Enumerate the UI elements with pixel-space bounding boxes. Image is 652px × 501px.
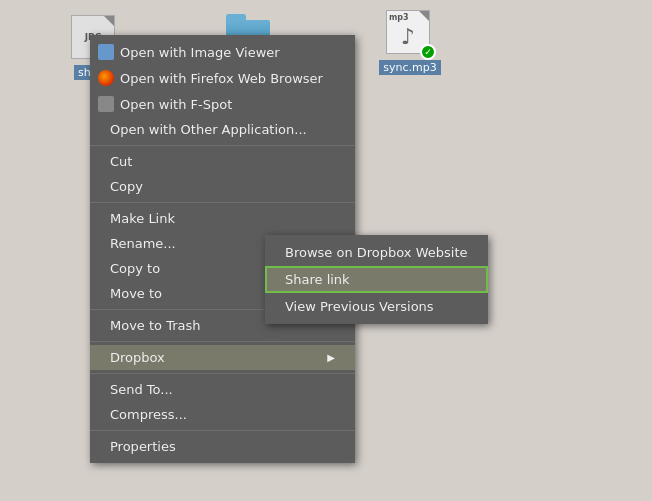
mp3-file-icon[interactable]: mp3 ♪ ✓ sync.mp3 [370, 10, 450, 75]
dropbox-item[interactable]: Dropbox ▶ [90, 345, 355, 370]
share-link-label: Share link [285, 272, 350, 287]
separator-4 [90, 341, 355, 342]
separator-5 [90, 373, 355, 374]
mp3-file-label: sync.mp3 [379, 60, 440, 75]
make-link-label: Make Link [110, 211, 335, 226]
check-badge-3: ✓ [420, 44, 436, 60]
compress-label: Compress... [110, 407, 335, 422]
open-firefox-item[interactable]: Open with Firefox Web Browser [90, 65, 355, 91]
cut-label: Cut [110, 154, 335, 169]
cut-item[interactable]: Cut [90, 149, 355, 174]
dropbox-submenu: Browse on Dropbox Website Share link Vie… [265, 235, 488, 324]
open-other-label: Open with Other Application... [110, 122, 335, 137]
firefox-icon [98, 70, 114, 86]
properties-item[interactable]: Properties [90, 434, 355, 459]
compress-item[interactable]: Compress... [90, 402, 355, 427]
share-link-item[interactable]: Share link [265, 266, 488, 293]
browse-dropbox-label: Browse on Dropbox Website [285, 245, 468, 260]
separator-1 [90, 145, 355, 146]
open-firefox-label: Open with Firefox Web Browser [120, 71, 335, 86]
copy-item[interactable]: Copy [90, 174, 355, 199]
separator-6 [90, 430, 355, 431]
make-link-item[interactable]: Make Link [90, 206, 355, 231]
image-viewer-icon [98, 44, 114, 60]
fspot-icon [98, 96, 114, 112]
open-fspot-label: Open with F-Spot [120, 97, 335, 112]
properties-label: Properties [110, 439, 335, 454]
open-fspot-item[interactable]: Open with F-Spot [90, 91, 355, 117]
send-to-label: Send To... [110, 382, 335, 397]
open-other-item[interactable]: Open with Other Application... [90, 117, 355, 142]
separator-2 [90, 202, 355, 203]
copy-label: Copy [110, 179, 335, 194]
view-previous-label: View Previous Versions [285, 299, 434, 314]
dropbox-label: Dropbox [110, 350, 327, 365]
browse-dropbox-item[interactable]: Browse on Dropbox Website [265, 239, 488, 266]
send-to-item[interactable]: Send To... [90, 377, 355, 402]
open-image-viewer-item[interactable]: Open with Image Viewer [90, 39, 355, 65]
open-image-viewer-label: Open with Image Viewer [120, 45, 335, 60]
view-previous-item[interactable]: View Previous Versions [265, 293, 488, 320]
dropbox-arrow: ▶ [327, 352, 335, 363]
